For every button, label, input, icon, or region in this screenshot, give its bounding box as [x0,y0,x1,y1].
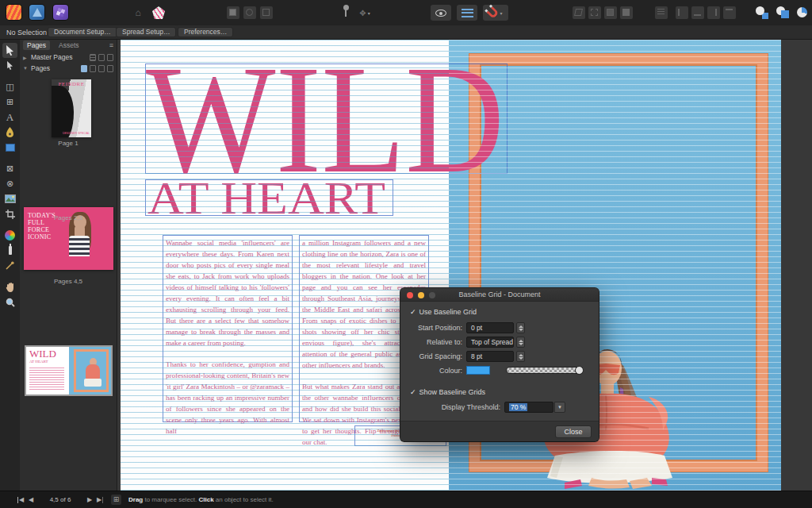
display-threshold-dropdown-icon[interactable]: ▼ [554,402,565,413]
color-wheel-icon[interactable] [2,228,17,243]
page-grid-view-icon[interactable]: ⊞ [111,495,121,505]
panel-tabs: Pages Assets ≡ [20,40,117,51]
pages-4-5-thumbnail[interactable]: WILD AT HEART [26,347,111,394]
publisher-app-icon[interactable] [6,5,21,20]
pages-section[interactable]: ▼ Pages [20,63,117,74]
zoom-tool-icon[interactable] [2,294,17,310]
add-page-icon[interactable] [90,65,96,72]
grid-spacing-label: Grid Spacing: [400,351,462,363]
apply-master-icon[interactable] [81,65,87,72]
move-front-icon[interactable] [620,6,633,19]
relative-to-select[interactable]: Top of Spread [466,337,514,348]
preview-mode-icon[interactable] [431,5,451,21]
collapse-arrow-icon[interactable]: ▶ [23,55,29,60]
rotate-mode-icon[interactable] [243,6,256,19]
fill-swatch-icon[interactable] [756,6,768,19]
last-spread-icon[interactable]: ▶ [97,497,103,503]
move-back-icon[interactable] [573,6,585,19]
designer-app-icon[interactable] [29,5,44,20]
grid-spacing-stepper[interactable] [516,351,525,362]
grid-view-icon[interactable] [90,54,96,61]
insertion-pin-icon[interactable] [339,5,352,21]
photo-app-icon[interactable] [53,5,68,20]
subhead-text-frame[interactable]: AT HEART [145,179,393,216]
page-1-thumbnail[interactable]: FEINDRE DESIGNER SPECIAL [52,79,91,137]
minimize-traffic-light[interactable] [418,292,424,298]
align-center-icon[interactable] [691,6,704,19]
close-traffic-light[interactable] [407,292,413,298]
colour-picker-tool-icon[interactable] [2,258,17,273]
opacity-slider-knob[interactable] [575,366,584,375]
preferences-button[interactable]: Preferences… [178,27,233,37]
fill-marker-tool-icon[interactable] [2,243,17,258]
rectangle-tool-icon[interactable] [2,140,17,155]
move-up-icon[interactable] [604,6,617,19]
document-setup-button[interactable]: Document Setup… [48,27,117,37]
artistic-text-tool-icon[interactable]: A [2,110,17,125]
view-hand-tool-icon[interactable] [2,279,17,294]
opacity-swatch-icon[interactable] [796,6,809,19]
pen-tool-icon[interactable] [2,125,17,140]
pages-panel: Pages Assets ≡ ▶ Master Pages ▼ Pages [20,40,117,491]
expand-arrow-icon[interactable]: ▼ [23,66,29,71]
numbering-icon[interactable] [723,6,736,19]
move-tool-icon[interactable] [2,43,17,58]
check-icon: ✓ [410,388,416,396]
close-button[interactable]: Close [555,425,592,438]
transform-mode-icon[interactable] [227,6,239,19]
status-bar: ◀ ◀ 4,5 of 6 ▶ ▶ ⊞ Drag to marquee selec… [0,491,812,508]
picture-frame-ellipse-tool-icon[interactable]: ⊗ [2,176,17,191]
grid-spacing-input[interactable]: 8 pt [466,351,514,362]
baseline-grid-dialog: Baseline Grid - Document ✓Use Baseline G… [400,288,599,441]
start-position-input[interactable]: 0 pt [466,322,514,333]
stroke-swatch-icon[interactable] [776,6,789,19]
context-toolbar: No Selection Document Setup… Spread Setu… [0,25,812,40]
start-position-stepper[interactable] [516,322,525,333]
opacity-slider[interactable] [506,367,583,374]
next-spread-icon[interactable]: ▶ [87,491,92,508]
table-tool-icon[interactable]: ⊞ [2,94,17,110]
headline-text-frame[interactable]: WILD [145,64,508,174]
first-spread-icon[interactable]: ◀ [17,497,24,503]
spread3-headline: WILD [29,348,56,359]
show-baseline-grids-checkbox[interactable]: ✓Show Baseline Grids [410,388,485,396]
baseline-grid-toggle-icon[interactable] [457,5,477,21]
dialog-title-bar[interactable]: Baseline Grid - Document [400,288,599,302]
delete-master-icon[interactable] [107,54,113,61]
previous-spread-icon[interactable]: ◀ [29,491,33,508]
column1-paragraph2: Thanks to her confidence, gumption and p… [166,359,289,437]
picture-frame-rect-tool-icon[interactable]: ⊠ [2,161,17,176]
relative-to-stepper[interactable] [516,337,525,348]
shear-mode-icon[interactable] [260,6,273,19]
insertion-target-icon[interactable]: ✥▾ [357,5,373,21]
body-column-1[interactable]: Wannabe social media 'influencers' are e… [163,235,293,422]
crop-tool-icon[interactable] [2,206,17,221]
panel-menu-icon[interactable]: ≡ [109,41,113,49]
delete-page-icon[interactable] [107,65,113,72]
tab-assets[interactable]: Assets [55,40,83,50]
place-image-tool-icon[interactable] [2,191,17,206]
display-threshold-input[interactable]: 70 % [504,402,553,413]
bullets-icon[interactable] [707,6,720,19]
frame-text-tool-icon[interactable]: ◫ [2,79,17,94]
main-toolbar: ⌂ ✥▾ ▾ [0,0,812,25]
display-threshold-label: Display Threshold: [400,402,500,414]
page-indicator[interactable]: 4,5 of 6 [36,491,84,508]
move-down-icon[interactable] [588,6,601,19]
snapping-magnet-icon[interactable]: ▾ [483,5,508,21]
master-pages-section[interactable]: ▶ Master Pages [20,52,117,63]
colour-label: Colour: [400,365,462,377]
affinity-publisher-window: ⌂ ✥▾ ▾ No Selection Docume [0,0,812,508]
tab-pages[interactable]: Pages [23,40,50,50]
text-style-icon[interactable] [655,6,668,19]
colour-swatch[interactable] [466,366,490,375]
persona-flower-icon[interactable] [152,6,165,19]
dialog-footer: Close [400,421,599,441]
use-baseline-grid-checkbox[interactable]: ✓Use Baseline Grid [410,308,477,316]
spread-setup-button[interactable]: Spread Setup… [116,27,176,37]
align-left-icon[interactable] [676,6,688,19]
duplicate-page-icon[interactable] [98,65,105,72]
add-master-icon[interactable] [98,54,105,61]
node-tool-icon[interactable] [2,58,17,73]
home-icon[interactable]: ⌂ [131,6,145,20]
